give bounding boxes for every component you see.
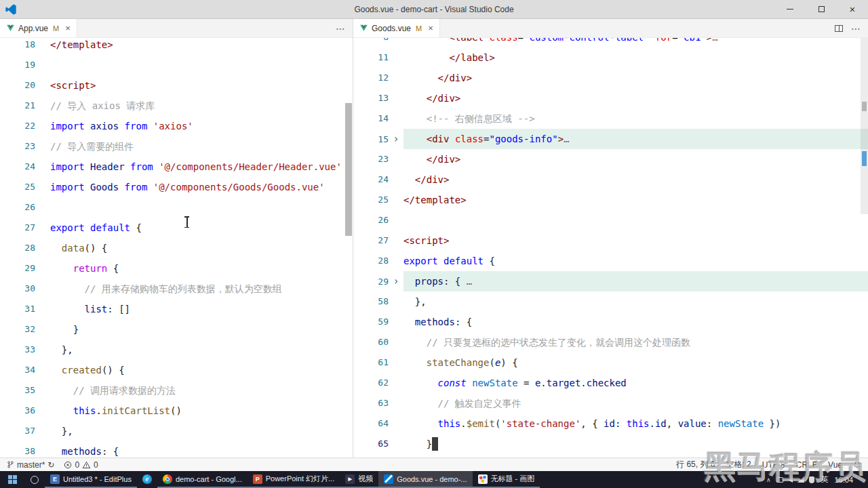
code-line[interactable]: 25import Goods from '@/components/Goods/… <box>0 177 353 197</box>
code-line[interactable]: 27export default { <box>0 218 353 238</box>
code-line[interactable]: 25</template> <box>353 190 868 210</box>
code-line[interactable]: 27<script> <box>353 230 868 251</box>
split-editor-icon[interactable] <box>835 25 843 32</box>
token: : { <box>455 317 472 327</box>
hidden-icons-chevron[interactable]: ∧ <box>766 476 771 483</box>
problems-status[interactable]: 0 0 <box>64 460 98 470</box>
code-line[interactable]: 24import Header from '@/components/Heade… <box>0 157 353 177</box>
tray-display-icon[interactable] <box>776 477 783 483</box>
close-tab-icon[interactable]: × <box>65 23 71 33</box>
token: target <box>547 378 581 388</box>
code-line[interactable]: 13 </div> <box>353 88 868 108</box>
token <box>50 243 62 253</box>
more-actions-icon[interactable]: ⋯ <box>336 23 346 34</box>
sync-icon[interactable]: ↻ <box>47 460 54 470</box>
code-line[interactable]: 38 methods: { <box>0 441 353 458</box>
line-number-gutter: 24 <box>353 169 403 190</box>
line-number-gutter: 23 <box>353 149 403 169</box>
code-text: // 调用请求数据的方法 <box>50 380 353 401</box>
indentation-status[interactable]: 空格: 2 <box>726 459 751 470</box>
code-line[interactable]: 11 </label> <box>353 47 868 68</box>
close-tab-icon[interactable]: × <box>428 23 433 33</box>
fold-chevron-icon[interactable]: › <box>389 129 403 149</box>
token: stateChange <box>427 357 490 368</box>
code-line[interactable]: 59 methods: { <box>353 312 868 332</box>
code-line[interactable]: 24 </div> <box>353 169 868 190</box>
editplus-icon: E <box>50 474 60 484</box>
code-line[interactable]: 20<script> <box>0 75 353 96</box>
input-language-indicator[interactable]: 英 <box>821 474 828 485</box>
code-line[interactable]: 22import axios from 'axios' <box>0 116 353 136</box>
code-line[interactable]: 62 const newState = e.target.checked <box>353 373 868 393</box>
scrollbar-thumb[interactable] <box>861 38 868 214</box>
tray-shield-icon[interactable] <box>809 476 814 483</box>
cursor-position-status[interactable]: 行 65, 列 6 <box>676 459 715 470</box>
taskbar-item[interactable]: EUntitled3 * - EditPlus <box>45 471 137 488</box>
code-line[interactable]: 58 }, <box>353 291 868 312</box>
code-line[interactable]: 33 }, <box>0 340 353 360</box>
tab-goods-vue[interactable]: Goods.vue M × <box>353 19 440 37</box>
more-actions-icon[interactable]: ⋯ <box>851 23 861 34</box>
code-line[interactable]: 65 } <box>353 434 868 454</box>
taskbar-item[interactable]: 无标题 - 画图 <box>473 471 540 488</box>
eol-status[interactable]: CRLF <box>796 460 817 470</box>
clock[interactable]: 16:04 <box>834 476 853 484</box>
maximize-button[interactable] <box>806 0 837 18</box>
code-line[interactable]: 35 // 调用请求数据的方法 <box>0 380 353 401</box>
code-line[interactable]: 19 <box>0 55 353 75</box>
code-line[interactable]: 30 // 用来存储购物车的列表数据，默认为空数组 <box>0 279 353 299</box>
start-button[interactable] <box>0 471 24 488</box>
token: }, <box>50 426 73 436</box>
taskbar-item[interactable]: ▶视频 <box>340 471 378 488</box>
code-line[interactable]: 28export default { <box>353 251 868 271</box>
minimize-button[interactable] <box>774 0 806 18</box>
code-line[interactable]: 26 <box>0 197 353 218</box>
code-line[interactable]: 15› <div class="goods-info">… <box>353 129 868 149</box>
line-number: 59 <box>353 312 389 332</box>
code-line[interactable]: 28 data() { <box>0 238 353 258</box>
code-line[interactable]: 60 // 只要复选框的选中状态发生了变化，就会调用这个处理函数 <box>353 332 868 352</box>
code-line[interactable]: 14 <!-- 右侧信息区域 --> <box>353 108 868 129</box>
fold-chevron-icon[interactable]: › <box>389 271 403 291</box>
code-line[interactable]: 64 this.$emit('state-change', { id: this… <box>353 413 868 434</box>
encoding-status[interactable]: UTF-8 <box>762 460 785 470</box>
token <box>403 154 427 165</box>
editor-app-vue[interactable]: 18</template>1920<script>21// 导入 axios 请… <box>0 38 353 458</box>
code-line[interactable]: 12 </div> <box>353 68 868 88</box>
code-line[interactable]: 8 <label class="custom-control-label" fo… <box>353 38 868 47</box>
code-line[interactable]: 36 this.initCartList() <box>0 401 353 421</box>
bell-icon[interactable] <box>853 460 861 469</box>
code-line[interactable]: 29› props: { … <box>353 271 868 291</box>
code-line[interactable]: 23 </div> <box>353 149 868 169</box>
token: checked <box>587 378 627 388</box>
code-line[interactable]: 63 // 触发自定义事件 <box>353 393 868 413</box>
scrollbar-thumb[interactable] <box>345 103 352 236</box>
code-line[interactable]: 61 stateChange(e) { <box>353 352 868 373</box>
taskbar-item[interactable]: PPowerPoint 幻灯片... <box>248 471 340 488</box>
code-line[interactable]: 37 }, <box>0 421 353 441</box>
taskbar-item-label: Goods.vue - demo-... <box>397 475 467 483</box>
cortana-search-button[interactable] <box>24 471 45 488</box>
overview-ruler[interactable] <box>861 38 868 458</box>
taskbar-item[interactable]: demo-cart - Googl... <box>157 471 248 488</box>
tray-network-icon[interactable] <box>797 476 804 483</box>
language-mode-status[interactable]: Vue <box>828 460 842 470</box>
code-text: export default { <box>403 251 868 271</box>
code-line[interactable]: 29 return { <box>0 258 353 279</box>
code-line[interactable]: 18</template> <box>0 38 353 55</box>
code-line[interactable]: 26 <box>353 210 868 230</box>
git-branch-status[interactable]: master* ↻ <box>7 460 54 470</box>
code-text: this.initCartList() <box>50 401 353 421</box>
tab-app-vue[interactable]: App.vue M × <box>0 19 77 37</box>
token: { <box>107 263 119 274</box>
tray-volume-icon[interactable] <box>788 477 793 483</box>
code-line[interactable]: 34 created() { <box>0 360 353 380</box>
taskbar-item[interactable]: Goods.vue - demo-... <box>378 471 472 488</box>
code-line[interactable]: 21// 导入 axios 请求库 <box>0 96 353 116</box>
editor-goods-vue[interactable]: 8 <label class="custom-control-label" fo… <box>353 38 868 458</box>
code-line[interactable]: 23// 导入需要的组件 <box>0 136 353 157</box>
code-line[interactable]: 32 } <box>0 319 353 340</box>
taskbar-item[interactable]: e <box>137 471 157 488</box>
code-line[interactable]: 31 list: [] <box>0 299 353 319</box>
close-button[interactable]: × <box>837 0 868 18</box>
